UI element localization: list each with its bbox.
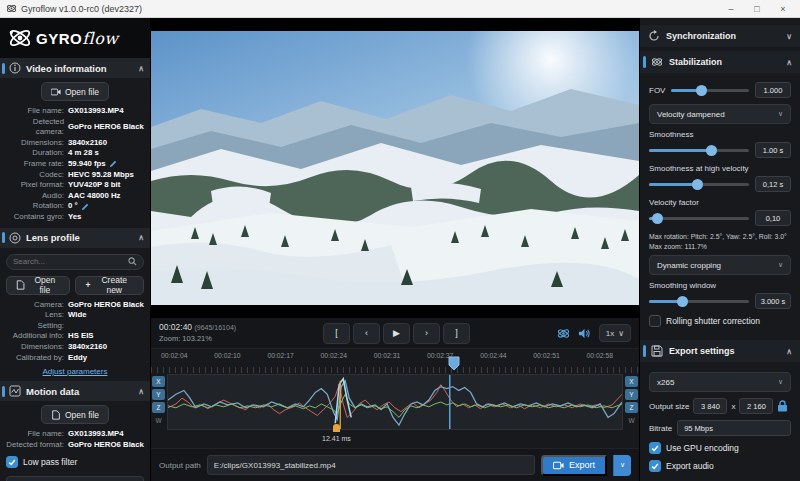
time-display: 00:02:40 (9645/16104) Zoom: 103.21% — [159, 322, 236, 344]
info-row: Dimensions:3840x2160 — [6, 138, 144, 149]
video-camera-icon — [51, 87, 61, 97]
sync-point-handle[interactable] — [332, 423, 341, 433]
tick-label: 00:02:10 — [214, 352, 240, 359]
playback-speed-dropdown[interactable]: 1x ∨ — [599, 324, 631, 342]
info-row: Setting: — [6, 321, 144, 332]
prev-frame-button[interactable]: ‹ — [353, 323, 380, 344]
edit-icon[interactable] — [109, 160, 117, 168]
rolling-shutter-checkbox[interactable] — [649, 315, 661, 327]
smoothing-window-value[interactable] — [755, 293, 791, 309]
check-icon — [651, 462, 659, 470]
panel-header-motion-data[interactable]: Motion data ∧ — [0, 381, 150, 401]
panel-title: Video information — [26, 63, 107, 74]
accent-bar — [2, 386, 5, 397]
axis-toggle-z[interactable]: Z — [152, 402, 165, 413]
chevron-up-icon: ∧ — [138, 233, 144, 242]
cropping-mode-dropdown[interactable]: Dynamic cropping ∨ — [649, 255, 791, 275]
info-row: Additional info:HS EIS — [6, 331, 144, 342]
rolling-shutter-label: Rolling shutter correction — [666, 316, 760, 326]
panel-header-video-information[interactable]: Video information ∧ — [0, 58, 150, 78]
open-lens-file-button[interactable]: Open file — [6, 276, 70, 295]
video-frame — [151, 31, 639, 305]
maximize-icon[interactable]: □ — [744, 1, 770, 17]
gyro-curves — [168, 375, 622, 429]
panel-header-synchronization[interactable]: Synchronization ∨ — [640, 25, 800, 47]
create-new-lens-button[interactable]: + Create new — [75, 276, 144, 295]
file-icon — [16, 280, 25, 290]
axis-toggle-z-right[interactable]: Z — [625, 402, 638, 413]
accent-bar — [643, 345, 646, 357]
info-row: Calibrated by:Eddy — [6, 353, 144, 364]
info-row: Detected format:GoPro HERO6 Black — [6, 440, 144, 451]
open-video-file-button[interactable]: Open file — [41, 82, 109, 101]
panel-header-export-settings[interactable]: Export settings ∧ — [640, 340, 800, 362]
playhead-handle[interactable] — [448, 356, 460, 371]
timeline-ruler[interactable]: 00:02:04 00:02:10 00:02:17 00:02:24 00:0… — [151, 348, 639, 374]
output-height-input[interactable] — [739, 398, 773, 414]
smoothing-method-dropdown[interactable]: Velocity dampened ∨ — [649, 104, 791, 124]
play-button[interactable]: ▶ — [383, 323, 410, 344]
export-options-chevron[interactable]: ∨ — [613, 455, 631, 476]
low-pass-filter-checkbox[interactable] — [6, 456, 18, 468]
fov-value[interactable] — [755, 82, 791, 98]
chevron-up-icon: ∧ — [138, 387, 144, 396]
jump-start-button[interactable]: [ — [323, 323, 350, 344]
output-width-input[interactable] — [693, 398, 727, 414]
tick-label: 00:02:44 — [480, 352, 506, 359]
adjust-parameters-link[interactable]: Adjust parameters — [6, 367, 144, 376]
fov-slider[interactable] — [671, 84, 749, 97]
open-motion-file-button[interactable]: Open file — [41, 405, 109, 424]
axis-toggle-w-right[interactable]: W — [625, 415, 638, 426]
lens-search-input[interactable] — [13, 257, 128, 266]
output-size-label: Output size — [649, 402, 689, 411]
panel-title: Stabilization — [669, 57, 722, 67]
low-pass-frequency-input[interactable] — [6, 476, 144, 481]
output-path-label: Output path — [159, 461, 201, 470]
panel-header-lens-profile[interactable]: Lens profile ∧ — [0, 228, 150, 248]
edit-icon[interactable] — [81, 203, 89, 211]
frame-counter: (9645/16104) — [194, 324, 236, 331]
smoothness-hv-slider[interactable] — [649, 178, 749, 191]
lock-ratio-icon[interactable] — [777, 400, 788, 412]
axis-toggle-w[interactable]: W — [152, 415, 165, 426]
bitrate-input[interactable] — [677, 420, 791, 436]
info-row: Detected camera:GoPro HERO6 Black — [6, 117, 144, 138]
axis-toggle-y-right[interactable]: Y — [625, 389, 638, 400]
gpu-encoding-label: Use GPU encoding — [666, 443, 739, 453]
accent-bar — [2, 63, 5, 74]
export-button[interactable]: Export — [541, 455, 607, 476]
info-row: Duration:4 m 28 s — [6, 148, 144, 159]
minimize-icon[interactable]: – — [718, 1, 744, 17]
next-frame-button[interactable]: › — [413, 323, 440, 344]
axis-toggle-x[interactable]: X — [152, 376, 165, 387]
gyro-graph[interactable] — [167, 374, 623, 430]
accent-bar — [643, 56, 646, 68]
velocity-factor-slider[interactable] — [649, 212, 749, 225]
smoothness-hv-value[interactable] — [755, 176, 791, 192]
logo-gyro: GYRO — [36, 30, 82, 47]
smoothness-slider[interactable] — [649, 144, 749, 157]
axis-toggle-x-right[interactable]: X — [625, 376, 638, 387]
smoothing-window-slider[interactable] — [649, 295, 749, 308]
gpu-encoding-checkbox[interactable] — [649, 442, 661, 454]
bitrate-label: Bitrate — [649, 424, 672, 433]
volume-icon[interactable] — [578, 327, 591, 340]
gyroflow-logo-icon — [7, 25, 33, 51]
lens-search[interactable] — [6, 254, 144, 270]
close-icon[interactable]: × — [770, 1, 796, 17]
gyro-timeline[interactable]: X Y Z W X Y Z W — [151, 374, 639, 448]
output-path-input[interactable] — [207, 455, 535, 475]
export-settings-body: x265 ∨ Output size x Bitrate — [640, 364, 800, 481]
video-preview[interactable] — [151, 18, 639, 318]
codec-dropdown[interactable]: x265 ∨ — [649, 372, 791, 392]
stabilization-preview-icon[interactable] — [557, 327, 570, 340]
velocity-factor-value[interactable] — [755, 210, 791, 226]
jump-end-button[interactable]: ] — [443, 323, 470, 344]
info-row: Rotation:0 ° — [6, 201, 144, 212]
panel-header-stabilization[interactable]: Stabilization ∧ — [640, 51, 800, 73]
tick-label: 00:02:24 — [321, 352, 347, 359]
export-audio-checkbox[interactable] — [649, 460, 661, 472]
current-time: 00:02:40 — [159, 322, 192, 332]
axis-toggle-y[interactable]: Y — [152, 389, 165, 400]
smoothness-value[interactable] — [755, 142, 791, 158]
